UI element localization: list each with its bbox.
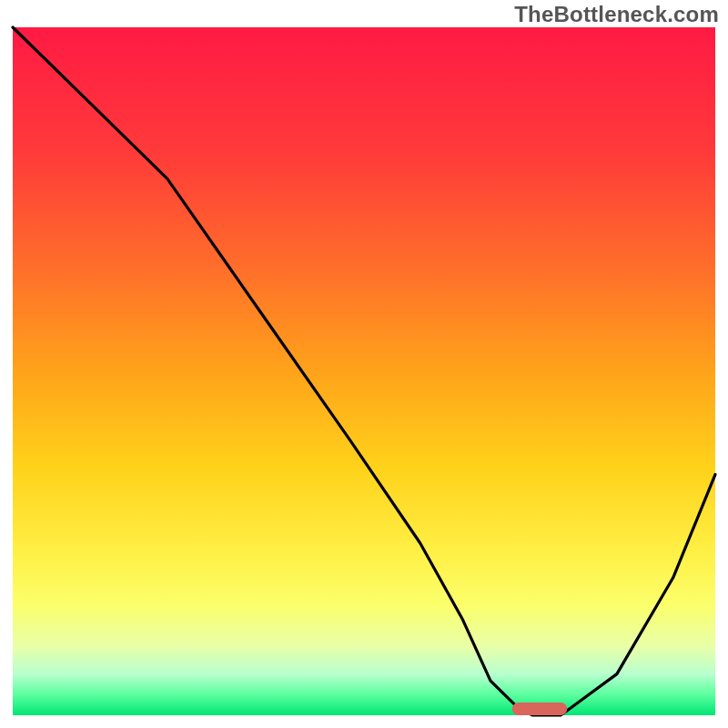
bottleneck-curve: [13, 27, 715, 715]
plot-area: [13, 27, 715, 715]
watermark-text: TheBottleneck.com: [514, 2, 719, 27]
chart-svg: [13, 27, 715, 715]
chart-container: TheBottleneck.com: [0, 0, 728, 728]
